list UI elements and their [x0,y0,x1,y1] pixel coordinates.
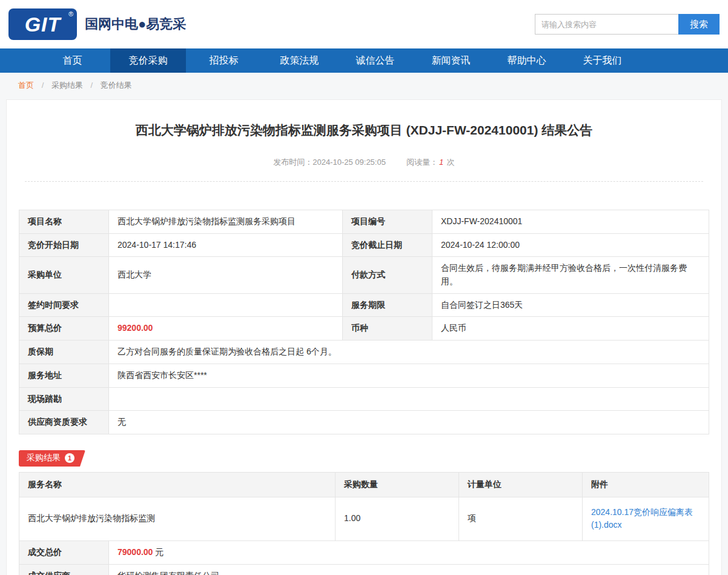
table-row: 供应商资质要求 无 [19,411,709,434]
table-row: 采购单位 西北大学 付款方式 合同生效后，待服务期满并经甲方验收合格后，一次性付… [19,257,709,293]
publish-time-value: 2024-10-25 09:25:05 [313,158,386,167]
column-header: 服务名称 [19,472,336,497]
table-row: 项目名称 西北大学锅炉排放污染物指标监测服务采购项目 项目编号 XDJJ-FW-… [19,210,709,234]
table-row: 竞价开始日期 2024-10-17 14:17:46 竞价截止日期 2024-1… [19,233,709,257]
field-label: 竞价开始日期 [19,233,109,257]
field-value: 华研检测集团有限责任公司 [109,564,709,575]
field-label: 签约时间要求 [19,293,109,317]
breadcrumb-home-link[interactable]: 首页 [18,81,34,90]
nav-item-news[interactable]: 新闻资讯 [413,48,489,73]
dashed-divider [25,181,703,182]
logo-text: GIT [25,13,61,36]
field-value: 合同生效后，待服务期满并经甲方验收合格后，一次性付清服务费用。 [432,257,709,293]
field-label: 成交总价 [19,540,109,564]
site-header: GIT ® 国网中电●易竞采 搜索 [0,0,728,48]
breadcrumb-separator: / [42,81,44,90]
breadcrumb-current: 竞价结果 [101,81,132,90]
article-meta: 发布时间：2024-10-25 09:25:05阅读量：1 次 [19,157,709,168]
field-label: 付款方式 [343,257,432,293]
read-count-value: 1 [439,158,443,167]
field-label: 服务期限 [343,293,432,317]
field-label: 质保期 [19,341,109,364]
budget-price-value: 99200.00 [117,323,153,333]
table-row: 成交总价 79000.00 元 [19,540,709,564]
field-value: 79000.00 元 [109,540,709,564]
page-title: 西北大学锅炉排放污染物指标监测服务采购项目 (XDJJ-FW-202410001… [19,122,709,139]
result-badge-label: 采购结果 [27,453,61,464]
breadcrumb-purchase-results-link[interactable]: 采购结果 [51,81,83,90]
registered-mark-icon: ® [68,10,73,18]
search-box: 搜索 [535,14,720,35]
field-value: 2024-10-24 12:00:00 [432,233,709,257]
nav-item-tendering[interactable]: 招投标 [186,48,262,73]
deal-price-value: 79000.00 [117,547,153,557]
field-value: 99200.00 [109,317,343,341]
nav-item-home[interactable]: 首页 [35,48,110,73]
field-value [109,293,343,317]
field-label: 现场踏勘 [19,387,109,411]
field-value [109,387,709,411]
result-badge: 采购结果 1 [19,450,85,467]
field-value: XDJJ-FW-202410001 [432,210,709,234]
field-value: 无 [109,411,709,434]
search-button[interactable]: 搜索 [678,14,720,35]
field-value: 乙方对合同服务的质量保证期为验收合格后之日起 6个月。 [109,341,709,364]
table-row: 预算总价 99200.00 币种 人民币 [19,317,709,341]
service-name-cell: 西北大学锅炉排放污染物指标监测 [19,497,336,540]
table-row: 质保期 乙方对合同服务的质量保证期为验收合格后之日起 6个月。 [19,341,709,364]
project-info-table: 项目名称 西北大学锅炉排放污染物指标监测服务采购项目 项目编号 XDJJ-FW-… [19,210,709,434]
result-table-header-row: 服务名称 采购数量 计量单位 附件 [19,472,709,497]
field-label: 预算总价 [19,317,109,341]
nav-item-integrity-notice[interactable]: 诚信公告 [337,48,413,73]
attachment-cell: 2024.10.17竞价响应偏离表(1).docx [583,497,709,540]
read-count-label: 阅读量： [406,158,438,167]
field-label: 采购单位 [19,257,109,293]
field-label: 币种 [343,317,432,341]
nav-item-about-us[interactable]: 关于我们 [564,48,640,73]
field-label: 竞价截止日期 [343,233,432,257]
table-row: 签约时间要求 服务期限 自合同签订之日365天 [19,293,709,317]
field-label: 项目编号 [343,210,432,234]
breadcrumb-separator: / [91,81,93,90]
publish-time-label: 发布时间： [273,158,313,167]
column-header: 计量单位 [459,472,583,497]
main-nav: 首页 竞价采购 招投标 政策法规 诚信公告 新闻资讯 帮助中心 关于我们 [0,48,728,73]
field-label: 成交供应商 [19,564,109,575]
search-input[interactable] [535,14,678,35]
column-header: 附件 [583,472,709,497]
field-value: 西北大学锅炉排放污染物指标监测服务采购项目 [109,210,343,234]
result-table: 服务名称 采购数量 计量单位 附件 西北大学锅炉排放污染物指标监测 1.00 项… [19,472,709,541]
result-row: 西北大学锅炉排放污染物指标监测 1.00 项 2024.10.17竞价响应偏离表… [19,497,709,540]
field-value: 2024-10-17 14:17:46 [109,233,343,257]
read-count-unit: 次 [447,158,455,167]
table-row: 服务地址 陕西省西安市长安区**** [19,364,709,387]
table-row: 现场踏勘 [19,387,709,411]
nav-item-help-center[interactable]: 帮助中心 [489,48,564,73]
table-row: 成交供应商 华研检测集团有限责任公司 [19,564,709,575]
site-logo[interactable]: GIT ® [8,8,77,40]
brand: GIT ® 国网中电●易竞采 [8,8,186,40]
nav-item-policies[interactable]: 政策法规 [262,48,337,73]
field-label: 项目名称 [19,210,109,234]
field-value: 人民币 [432,317,709,341]
field-value: 西北大学 [109,257,343,293]
site-name: 国网中电●易竞采 [85,15,186,33]
breadcrumb: 首页 / 采购结果 / 竞价结果 [0,73,728,97]
field-label: 供应商资质要求 [19,411,109,434]
nav-item-bidding-purchase[interactable]: 竞价采购 [110,48,186,73]
field-value: 陕西省西安市长安区**** [109,364,709,387]
unit-cell: 项 [459,497,583,540]
field-value: 自合同签订之日365天 [432,293,709,317]
announcement-card: 西北大学锅炉排放污染物指标监测服务采购项目 (XDJJ-FW-202410001… [6,99,722,575]
result-footer-table: 成交总价 79000.00 元 成交供应商 华研检测集团有限责任公司 质保及售后… [19,540,709,575]
field-label: 服务地址 [19,364,109,387]
quantity-cell: 1.00 [336,497,459,540]
attachment-link[interactable]: 2024.10.17竞价响应偏离表(1).docx [591,507,693,530]
deal-price-unit: 元 [155,547,164,557]
nav-items: 首页 竞价采购 招投标 政策法规 诚信公告 新闻资讯 帮助中心 关于我们 [0,48,728,73]
result-count-badge: 1 [65,453,74,463]
column-header: 采购数量 [336,472,459,497]
